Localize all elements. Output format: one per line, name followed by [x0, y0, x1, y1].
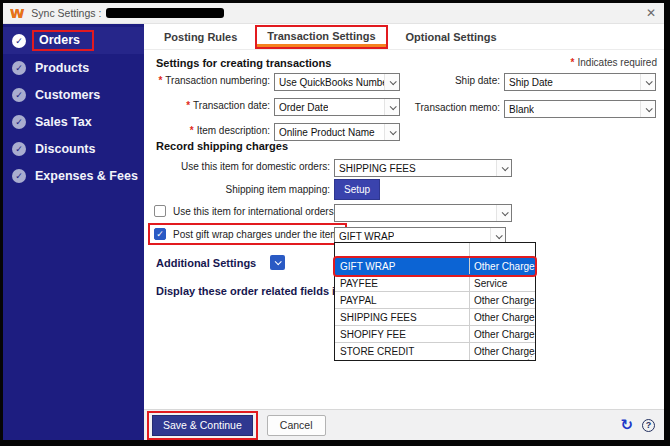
chevron-down-icon: [496, 160, 511, 176]
setup-button[interactable]: Setup: [334, 179, 380, 200]
ship-date-select[interactable]: Ship Date: [504, 73, 656, 91]
required-asterisk-icon: *: [186, 100, 190, 111]
window-titlebar: W Sync Settings : ✕: [3, 3, 664, 24]
gift-wrap-checkbox[interactable]: ✓: [154, 228, 166, 240]
footer-bar: Save & Continue Cancel ↻ ?: [144, 409, 664, 440]
chevron-down-icon: [384, 124, 399, 140]
sidebar-item-label: Discounts: [35, 142, 95, 156]
tab-posting-rules[interactable]: Posting Rules: [154, 24, 247, 49]
check-circle-icon: ✓: [12, 142, 26, 156]
check-circle-icon: ✓: [12, 115, 26, 129]
check-circle-icon: ✓: [12, 88, 26, 102]
window-title: Sync Settings :: [31, 7, 101, 19]
sidebar: ✓ Orders ✓ Products ✓ Customers ✓ Sales …: [3, 24, 144, 440]
tab-transaction-settings[interactable]: Transaction Settings: [257, 27, 385, 47]
dropdown-option-payfee[interactable]: PAYFEE Service: [335, 275, 535, 292]
sidebar-item-label: Customers: [35, 88, 100, 102]
chevron-down-icon: [384, 74, 399, 90]
annotation-transaction-settings-tab: Transaction Settings: [255, 25, 387, 49]
transaction-numbering-label: *Transaction numbering:: [158, 75, 270, 86]
annotation-orders: Orders: [32, 30, 94, 51]
gift-wrap-label: Post gift wrap charges under the item:: [173, 229, 341, 240]
tab-optional-settings[interactable]: Optional Settings: [396, 24, 507, 49]
international-orders-row: Use this item for international orders:: [154, 205, 336, 217]
check-circle-icon: ✓: [12, 34, 26, 48]
dropdown-option-gift-wrap[interactable]: GIFT WRAP Other Charge: [335, 258, 535, 275]
save-continue-button[interactable]: Save & Continue: [152, 415, 253, 436]
sidebar-item-expenses-fees[interactable]: ✓ Expenses & Fees: [3, 162, 144, 189]
content-panel: Posting Rules Transaction Settings Optio…: [144, 24, 664, 440]
transaction-date-label: *Transaction date:: [186, 100, 270, 111]
sidebar-item-label: Orders: [39, 33, 80, 47]
sidebar-item-customers[interactable]: ✓ Customers: [3, 81, 144, 108]
sidebar-item-orders[interactable]: ✓ Orders: [3, 27, 144, 54]
sidebar-item-label: Sales Tax: [35, 115, 92, 129]
item-description-select[interactable]: Online Product Name: [274, 123, 400, 141]
dropdown-option-shipping-fees[interactable]: SHIPPING FEES Other Charge: [335, 309, 535, 326]
chevron-down-icon: [384, 99, 399, 115]
annotation-gift-wrap-setting: ✓ Post gift wrap charges under the item:: [148, 223, 347, 245]
item-description-label: *Item description:: [190, 125, 270, 136]
indicates-required-note: *Indicates required: [571, 57, 657, 68]
dropdown-row-blank[interactable]: [335, 243, 535, 258]
sidebar-item-discounts[interactable]: ✓ Discounts: [3, 135, 144, 162]
transaction-date-select[interactable]: Order Date: [274, 98, 400, 116]
redacted-text: [106, 8, 224, 18]
chevron-down-icon: [275, 258, 282, 265]
sync-settings-dialog: W Sync Settings : ✕ ✓ Orders ✓ Products …: [3, 3, 664, 440]
annotation-save-button: Save & Continue: [147, 411, 258, 440]
ship-date-label: Ship date:: [455, 75, 500, 86]
chevron-down-icon: [496, 205, 511, 221]
international-orders-checkbox[interactable]: [154, 205, 166, 217]
check-circle-icon: ✓: [12, 169, 26, 183]
dropdown-option-store-credit[interactable]: STORE CREDIT Other Charge ⋰: [335, 343, 535, 360]
shipping-item-mapping-label: Shipping item mapping:: [225, 184, 330, 195]
sidebar-item-label: Products: [35, 61, 89, 75]
check-circle-icon: ✓: [12, 61, 26, 75]
international-orders-select[interactable]: [334, 204, 512, 222]
chevron-down-icon: [640, 101, 655, 117]
chevron-down-icon: [640, 74, 655, 90]
resize-grip-icon[interactable]: ⋰: [527, 353, 535, 361]
section-heading-shipping-charges: Record shipping charges: [156, 140, 288, 152]
item-dropdown-list: GIFT WRAP Other Charge PAYFEE Service PA…: [334, 242, 536, 361]
transaction-numbering-select[interactable]: Use QuickBooks Numbers: [274, 73, 400, 91]
dropdown-option-paypal[interactable]: PAYPAL Other Charge: [335, 292, 535, 309]
international-orders-label: Use this item for international orders:: [173, 206, 336, 217]
sidebar-item-label: Expenses & Fees: [35, 169, 138, 183]
additional-settings-toggle[interactable]: [270, 255, 285, 270]
transaction-memo-label: Transaction memo:: [415, 102, 500, 113]
tab-bar: Posting Rules Transaction Settings Optio…: [144, 24, 664, 50]
transaction-memo-select[interactable]: Blank: [504, 100, 656, 118]
app-logo-icon: W: [10, 7, 24, 20]
domestic-orders-select[interactable]: SHIPPING FEES: [334, 159, 512, 177]
refresh-icon[interactable]: ↻: [620, 418, 633, 433]
additional-settings-heading: Additional Settings: [156, 257, 256, 269]
sidebar-item-products[interactable]: ✓ Products: [3, 54, 144, 81]
cancel-button[interactable]: Cancel: [267, 415, 326, 436]
close-icon[interactable]: ✕: [646, 7, 656, 19]
sidebar-item-sales-tax[interactable]: ✓ Sales Tax: [3, 108, 144, 135]
required-asterisk-icon: *: [158, 75, 162, 86]
domestic-orders-label: Use this item for domestic orders:: [181, 161, 330, 172]
dropdown-option-shopify-fee[interactable]: SHOPIFY FEE Other Charge: [335, 326, 535, 343]
help-icon[interactable]: ?: [642, 419, 655, 432]
required-asterisk-icon: *: [190, 125, 194, 136]
additional-settings-row: Additional Settings: [156, 255, 285, 270]
required-asterisk-icon: *: [571, 57, 575, 68]
section-heading-creating-transactions: Settings for creating transactions: [156, 57, 331, 69]
